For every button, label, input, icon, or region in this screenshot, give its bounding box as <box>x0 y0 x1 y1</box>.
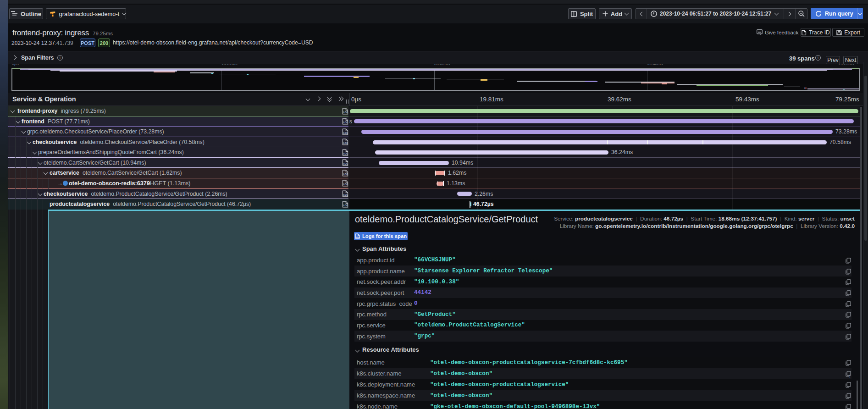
svg-text:LOG: LOG <box>356 236 359 238</box>
svg-text:LOG: LOG <box>343 173 348 176</box>
svg-text:LOG: LOG <box>343 122 348 124</box>
svg-text:LOG: LOG <box>343 111 348 114</box>
svg-text:LOG: LOG <box>343 194 348 196</box>
svg-text:LOG: LOG <box>343 184 348 186</box>
svg-text:LOG: LOG <box>343 204 348 207</box>
svg-text:LOG: LOG <box>343 132 348 134</box>
svg-text:LOG: LOG <box>343 153 348 155</box>
svg-text:LOG: LOG <box>343 142 348 144</box>
svg-text:LOG: LOG <box>343 163 348 166</box>
